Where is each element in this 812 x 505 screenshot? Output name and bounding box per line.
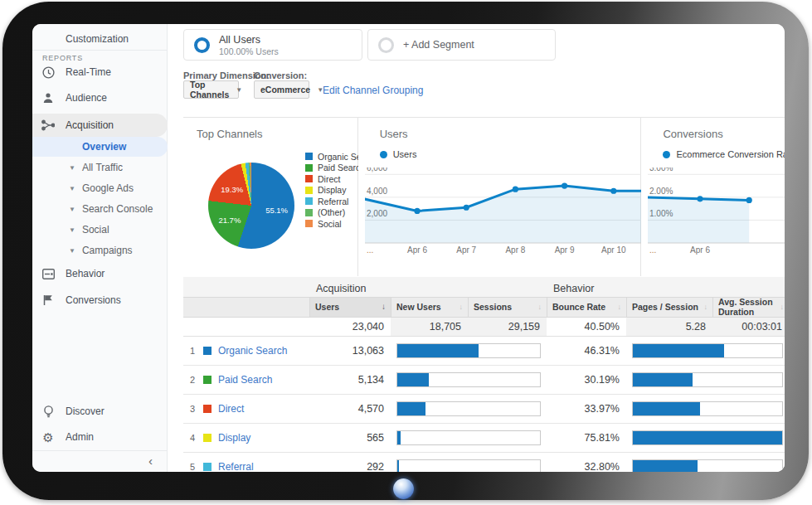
- column-header-label: Bounce Rate: [552, 303, 605, 312]
- sidebar-item-social[interactable]: ▼ Social: [32, 220, 168, 240]
- sidebar-item-customization[interactable]: Customization: [32, 27, 168, 51]
- sidebar-divider: [32, 50, 168, 51]
- chevron-left-icon[interactable]: ‹: [148, 454, 153, 468]
- totals-avg-session-duration: 00:03:01: [712, 318, 785, 337]
- channel-color-icon: [203, 434, 212, 442]
- legend-swatch-icon: [305, 175, 313, 182]
- sidebar-item-label: Admin: [66, 431, 94, 443]
- column-header-new-users[interactable]: New Users ↓: [391, 297, 468, 318]
- row-rank: 5: [190, 462, 197, 472]
- column-header-avg-session-duration[interactable]: Avg. Session Duration ↓: [712, 297, 785, 318]
- totals-users: 23,040: [309, 318, 391, 337]
- sidebar-item-label: Social: [82, 224, 109, 236]
- column-header-pages-session[interactable]: Pages / Session ↓: [626, 297, 712, 318]
- dashboard-icon: [41, 32, 55, 46]
- sidebar-item-google-ads[interactable]: ▼ Google Ads: [32, 178, 168, 198]
- sidebar-item-search-console[interactable]: ▼ Search Console: [32, 199, 168, 219]
- primary-dimension-dropdown[interactable]: Top Channels ▼: [183, 80, 239, 99]
- sidebar-item-acquisition[interactable]: Acquisition: [32, 114, 168, 137]
- segment-all-users[interactable]: All Users 100.00% Users: [183, 29, 362, 61]
- segment-subtitle: 100.00% Users: [219, 46, 279, 56]
- legend-label: Referral: [318, 197, 348, 206]
- column-header-label: Users: [315, 303, 339, 312]
- users-value: 565: [309, 424, 391, 452]
- channel-cell: 4 Display: [183, 424, 309, 452]
- bounce-rate-value: 46.31%: [547, 337, 626, 365]
- add-segment-button[interactable]: + Add Segment: [367, 29, 556, 61]
- channel-link[interactable]: Organic Search: [218, 345, 287, 357]
- bounce-rate-value: 33.97%: [547, 395, 626, 423]
- sidebar-item-discover[interactable]: Discover: [32, 400, 168, 423]
- column-header-channel: [183, 297, 309, 318]
- bounce-bar-cell: [626, 395, 785, 423]
- sidebar-item-behavior[interactable]: Behavior: [32, 262, 168, 285]
- svg-text:...: ...: [649, 245, 656, 255]
- column-header-label: Pages / Session: [632, 303, 698, 312]
- users-chart-legend: Users: [380, 149, 417, 159]
- sidebar-item-campaigns[interactable]: ▼ Campaigns: [32, 240, 168, 260]
- sidebar-item-real-time[interactable]: Real-Time: [32, 61, 168, 84]
- sidebar-divider: [32, 450, 168, 451]
- power-button[interactable]: [393, 478, 414, 499]
- top-channels-panel: Top Channels 55.1%21.7%19.3% Organic Sea…: [183, 118, 358, 276]
- bounce-bar: [632, 372, 783, 387]
- svg-text:Apr 6: Apr 6: [691, 245, 711, 255]
- sidebar-item-label: Search Console: [82, 203, 153, 215]
- conversions-line-chart[interactable]: 1.00%2.00%3.00%...Apr 6: [648, 168, 785, 267]
- legend-dot-icon: [663, 151, 670, 158]
- totals-sessions: 29,159: [468, 318, 547, 337]
- channel-color-icon: [203, 347, 212, 355]
- flag-icon: [41, 294, 55, 307]
- add-segment-label: + Add Segment: [403, 39, 474, 51]
- conversion-dropdown[interactable]: eCommerce ▼: [254, 80, 309, 99]
- channel-link[interactable]: Paid Search: [218, 374, 272, 386]
- channel-link[interactable]: Display: [218, 432, 250, 444]
- channel-cell: 2 Paid Search: [183, 366, 309, 394]
- svg-text:6,000: 6,000: [367, 168, 387, 172]
- users-bar: [396, 401, 541, 416]
- users-value: 13,063: [309, 337, 391, 365]
- segment-ring-icon: [378, 37, 394, 53]
- top-channels-pie-chart[interactable]: 55.1%21.7%19.3%: [208, 163, 294, 249]
- sidebar-item-audience[interactable]: Audience: [32, 86, 168, 109]
- triangle-down-icon: ▼: [69, 206, 75, 213]
- totals-new-users: 18,705: [391, 318, 468, 337]
- legend-label: Ecommerce Conversion Rate: [676, 149, 785, 159]
- column-header-label: Avg. Session Duration: [718, 298, 780, 316]
- sort-arrow-icon: ↓: [382, 303, 386, 312]
- bulb-icon: [41, 405, 55, 418]
- column-header-users[interactable]: Users ↓: [309, 297, 391, 318]
- channel-link[interactable]: Direct: [218, 403, 244, 415]
- sidebar-item-label: Google Ads: [82, 182, 134, 194]
- users-panel: Users Users 2,0004,0006,000...Apr 6Apr 7…: [358, 118, 642, 276]
- legend-label: Users: [393, 149, 417, 159]
- dropdown-value: eCommerce: [260, 85, 310, 95]
- sidebar-item-conversions[interactable]: Conversions: [32, 289, 168, 312]
- conversions-panel: Conversions Ecommerce Conversion Rate 1.…: [641, 118, 785, 276]
- users-line-chart[interactable]: 2,0004,0006,000...Apr 6Apr 7Apr 8Apr 9Ap…: [365, 168, 680, 267]
- svg-text:2.00%: 2.00%: [649, 187, 673, 196]
- users-bar-cell: [391, 424, 547, 452]
- pie-chart-title: Top Channels: [197, 128, 263, 140]
- edit-channel-grouping-link[interactable]: Edit Channel Grouping: [323, 85, 423, 96]
- channel-color-icon: [203, 463, 212, 471]
- column-header-bounce-rate[interactable]: Bounce Rate ↓: [547, 297, 626, 318]
- table-column-headers: Users ↓ New Users ↓ Sessions ↓ Bounce Ra…: [183, 297, 785, 318]
- users-bar: [396, 343, 541, 358]
- svg-text:4,000: 4,000: [367, 187, 387, 196]
- person-icon: [41, 91, 55, 104]
- sidebar-item-admin[interactable]: ⚙ Admin: [32, 425, 168, 449]
- users-bar: [396, 430, 541, 445]
- channel-link[interactable]: Referral: [218, 461, 254, 472]
- sidebar-item-label: Overview: [82, 141, 126, 153]
- share-icon: [41, 119, 55, 132]
- row-rank: 3: [190, 404, 197, 414]
- sidebar-item-all-traffic[interactable]: ▼ All Traffic: [32, 158, 168, 177]
- sidebar-item-overview[interactable]: Overview: [32, 137, 168, 157]
- bounce-bar-cell: [626, 453, 785, 472]
- sidebar-item-label: Real-Time: [66, 66, 111, 78]
- sort-arrow-icon: ↓: [780, 303, 785, 311]
- monitor: Customization REPORTS Real-Time Audience…: [0, 0, 812, 505]
- column-header-sessions[interactable]: Sessions ↓: [468, 297, 547, 318]
- sidebar-item-label: Behavior: [66, 268, 105, 279]
